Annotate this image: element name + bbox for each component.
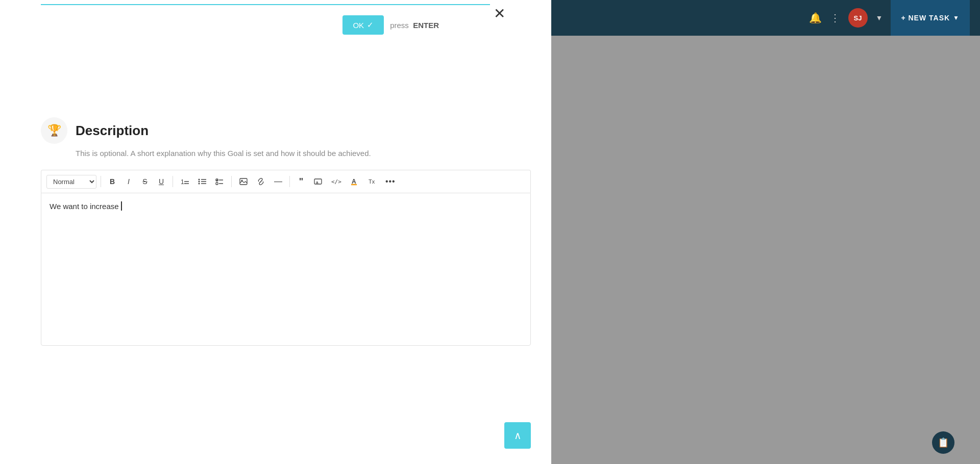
more-options-button[interactable]: •••	[382, 174, 399, 189]
strikethrough-button[interactable]: S	[138, 174, 152, 189]
top-bar: 🔔 ⋮ SJ ▼ + NEW TASK ▼	[551, 0, 980, 36]
text-style-select[interactable]: Normal Heading 1 Heading 2 Heading 3	[46, 175, 96, 189]
hr-button[interactable]: —	[271, 174, 285, 189]
ok-area: OK ✓ press ENTER	[342, 15, 439, 35]
svg-text:1.: 1.	[181, 178, 186, 186]
unordered-list-button[interactable]	[194, 174, 210, 189]
svg-text:a: a	[316, 180, 318, 185]
italic-button[interactable]: I	[121, 174, 136, 189]
toolbar-divider-2	[173, 176, 173, 187]
link-button[interactable]	[253, 174, 268, 189]
text-cursor	[121, 201, 122, 211]
top-divider-line	[41, 4, 490, 5]
ok-checkmark-icon: ✓	[367, 20, 374, 30]
press-enter-hint: press ENTER	[390, 21, 439, 30]
more-options-icon[interactable]: ⋮	[830, 12, 840, 24]
image-button[interactable]	[236, 174, 251, 189]
top-bar-icons: 🔔 ⋮ SJ ▼	[809, 8, 883, 28]
ok-label: OK	[353, 21, 364, 30]
box-text-button[interactable]: a	[310, 174, 326, 189]
ok-button[interactable]: OK ✓	[342, 15, 384, 35]
close-button[interactable]: ✕	[494, 5, 505, 22]
underline-button[interactable]: U	[154, 174, 168, 189]
scroll-to-top-button[interactable]: ∧	[504, 422, 531, 449]
trophy-icon-wrap: 🏆	[41, 117, 67, 144]
svg-text:Tx: Tx	[369, 178, 375, 185]
editor-area[interactable]: We want to increase	[41, 193, 531, 346]
new-task-button[interactable]: + NEW TASK ▼	[891, 0, 970, 36]
quote-button[interactable]: "	[294, 174, 308, 189]
description-header: 🏆 Description	[41, 117, 531, 144]
main-panel: ✕ OK ✓ press ENTER 🏆 Description This is…	[0, 0, 551, 464]
new-task-label: + NEW TASK	[901, 14, 950, 22]
notification-icon[interactable]: 🔔	[809, 12, 822, 24]
svg-rect-12	[216, 183, 218, 185]
background-panel	[551, 0, 980, 464]
trophy-icon: 🏆	[47, 124, 61, 137]
checklist-button[interactable]	[212, 174, 227, 189]
toolbar-divider-1	[101, 176, 101, 187]
svg-point-6	[199, 181, 200, 183]
avatar[interactable]: SJ	[848, 8, 868, 28]
toolbar-divider-3	[231, 176, 232, 187]
svg-point-4	[199, 179, 200, 181]
editor-toolbar: Normal Heading 1 Heading 2 Heading 3 B I…	[41, 170, 531, 193]
description-title: Description	[76, 123, 149, 139]
bold-button[interactable]: B	[105, 174, 119, 189]
description-section: 🏆 Description This is optional. A short …	[41, 117, 531, 346]
toolbar-divider-4	[289, 176, 290, 187]
dropdown-arrow-icon[interactable]: ▼	[876, 14, 883, 22]
editor-content: We want to increase	[50, 202, 121, 211]
clipboard-icon: 📋	[938, 437, 949, 448]
clear-format-button[interactable]: Tx	[364, 174, 380, 189]
clipboard-button[interactable]: 📋	[932, 431, 954, 454]
svg-point-8	[199, 183, 200, 185]
svg-rect-14	[240, 178, 247, 185]
highlight-button[interactable]: A	[347, 174, 362, 189]
new-task-chevron-icon: ▼	[953, 14, 960, 21]
code-button[interactable]: </>	[328, 174, 345, 189]
chevron-up-icon: ∧	[514, 429, 522, 442]
description-subtitle: This is optional. A short explanation wh…	[76, 149, 531, 158]
ordered-list-button[interactable]: 1.	[177, 174, 192, 189]
